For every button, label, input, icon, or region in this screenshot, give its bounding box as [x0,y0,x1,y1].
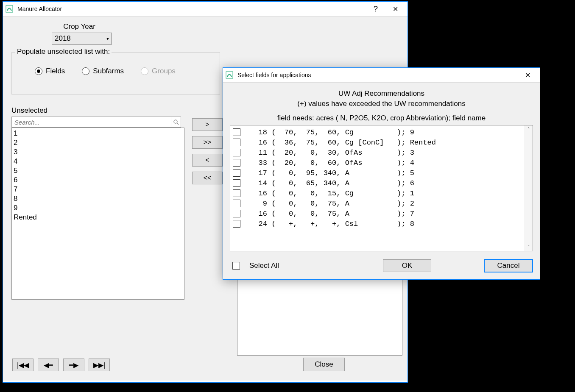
list-item[interactable]: 7 [14,185,182,194]
radio-subfarms-label: Subfarms [93,67,124,75]
row-text: 24 ( +, +, +, Csl ); 8 [246,220,414,228]
radio-groups: Groups [141,67,176,75]
radio-groups-label: Groups [152,67,176,75]
nav-next-button[interactable]: ━▶ [63,359,84,371]
close-window-button[interactable]: ✕ [385,3,405,15]
close-dialog-button[interactable]: ✕ [518,69,537,81]
field-row[interactable]: 33 ( 20, 0, 60, OfAs ); 4 [233,158,533,168]
field-row[interactable]: 9 ( 0, 0, 75, A ); 2 [233,198,533,209]
window-title: Manure Allocator [17,6,62,12]
row-checkbox[interactable] [233,220,240,228]
row-text: 9 ( 0, 0, 75, A ); 2 [246,200,414,208]
field-row[interactable]: 16 ( 0, 0, 75, A ); 7 [233,209,533,219]
dialog-header-line2: (+) values have exceeded the UW recommen… [230,99,533,109]
radio-dot-icon [35,67,42,75]
radio-dot-icon [141,67,148,75]
ok-button[interactable]: OK [383,259,431,272]
scroll-up-icon[interactable]: ˄ [525,125,533,133]
close-button[interactable]: Close [303,358,345,371]
unselected-listbox[interactable]: 123456789Rented [11,128,184,300]
row-checkbox[interactable] [233,200,240,207]
field-row[interactable]: 16 ( 0, 0, 15, Cg ); 1 [233,188,533,198]
row-text: 18 ( 70, 75, 60, Cg ); 9 [246,128,414,136]
nav-first-button[interactable]: |◀◀ [12,359,33,371]
row-checkbox[interactable] [233,159,240,167]
field-row[interactable]: 17 ( 0, 95, 340, A ); 5 [233,168,533,178]
scrollbar[interactable]: ˄ ˅ [525,125,533,251]
dialog-header-line1: UW Adj Recommendations [230,89,533,99]
row-text: 33 ( 20, 0, 60, OfAs ); 4 [246,159,414,167]
fields-data-box[interactable]: 18 ( 70, 75, 60, Cg ); 9 16 ( 36, 75, 60… [230,125,533,251]
row-checkbox[interactable] [233,139,240,146]
list-item[interactable]: 4 [14,157,182,166]
row-checkbox[interactable] [233,128,240,136]
list-item[interactable]: 5 [14,166,182,175]
row-text: 17 ( 0, 95, 340, A ); 5 [246,169,414,177]
list-item[interactable]: 1 [14,129,182,138]
app-icon [226,71,233,79]
cancel-button[interactable]: Cancel [484,259,533,272]
svg-line-2 [177,123,179,125]
row-checkbox[interactable] [233,169,240,177]
field-row[interactable]: 14 ( 0, 65, 340, A ); 6 [233,178,533,188]
move-left-all-button[interactable]: << [192,172,223,184]
row-checkbox[interactable] [233,210,240,217]
list-item[interactable]: 6 [14,175,182,185]
populate-groupbox: Populate unselected list with: Fields Su… [11,52,220,95]
row-text: 16 ( 0, 0, 75, A ); 7 [246,210,414,218]
list-item[interactable]: Rented [14,213,182,222]
row-checkbox[interactable] [233,149,240,156]
svg-point-1 [174,120,177,123]
titlebar: Manure Allocator ? ✕ [3,2,408,16]
list-item[interactable]: 8 [14,194,182,203]
crop-year-value: 2018 [55,34,71,43]
nav-prev-button[interactable]: ◀━ [38,359,59,371]
row-text: 11 ( 20, 0, 30, OfAs ); 3 [246,149,414,157]
radio-subfarms[interactable]: Subfarms [82,67,124,75]
row-checkbox[interactable] [233,179,240,187]
svg-rect-3 [226,72,233,78]
move-left-button[interactable]: < [192,154,223,167]
crop-year-label: Crop Year [52,22,107,31]
dialog-window: Select fields for applications ✕ UW Adj … [223,67,540,280]
nav-last-button[interactable]: ▶▶| [89,359,110,371]
search-icon[interactable] [171,117,181,127]
crop-year-select[interactable]: 2018 ▾ [52,33,112,44]
move-right-button[interactable]: > [192,118,223,131]
list-item[interactable]: 3 [14,147,182,157]
checkbox-icon [232,262,240,270]
row-text: 14 ( 0, 65, 340, A ); 6 [246,179,414,187]
chevron-down-icon: ▾ [106,36,109,42]
radio-dot-icon [82,67,89,75]
row-text: 16 ( 0, 0, 15, Cg ); 1 [246,189,414,197]
column-legend: field needs: acres ( N, P2O5, K2O, crop … [230,114,533,122]
row-text: 16 ( 36, 75, 60, Cg [ConC] ); Rented [246,139,436,147]
field-row[interactable]: 11 ( 20, 0, 30, OfAs ); 3 [233,147,533,158]
groupbox-title: Populate unselected list with: [15,47,112,56]
field-row[interactable]: 24 ( +, +, +, Csl ); 8 [233,219,533,229]
list-item[interactable]: 9 [14,203,182,213]
unselected-label: Unselected [11,106,181,115]
scroll-down-icon[interactable]: ˅ [525,243,533,251]
move-right-all-button[interactable]: >> [192,136,223,149]
radio-fields[interactable]: Fields [35,67,65,75]
select-all-checkbox[interactable]: Select All [232,261,279,270]
help-button[interactable]: ? [366,3,385,15]
row-checkbox[interactable] [233,189,240,197]
app-icon [6,5,13,13]
dialog-title: Select fields for applications [237,72,311,78]
select-all-label: Select All [249,261,279,270]
search-box[interactable] [11,117,181,128]
search-input[interactable] [12,119,171,126]
dialog-titlebar: Select fields for applications ✕ [223,68,540,82]
field-row[interactable]: 18 ( 70, 75, 60, Cg ); 9 [233,127,533,137]
radio-fields-label: Fields [46,67,65,75]
svg-rect-0 [6,6,13,12]
list-item[interactable]: 2 [14,138,182,147]
field-row[interactable]: 16 ( 36, 75, 60, Cg [ConC] ); Rented [233,137,533,147]
